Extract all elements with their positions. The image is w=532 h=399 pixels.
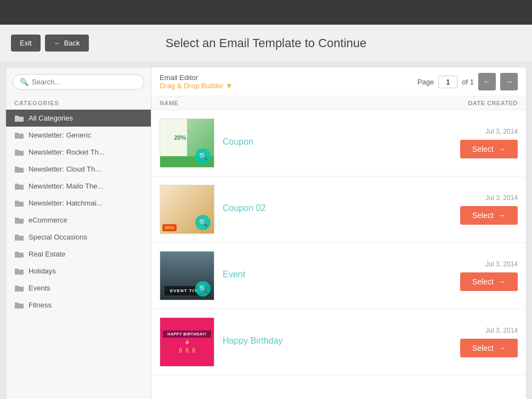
select-label: Select <box>472 211 494 220</box>
select-arrow-icon: → <box>498 145 506 153</box>
column-headers: NAME DATE CREATED <box>151 96 526 110</box>
coupon-name: Coupon <box>223 137 452 147</box>
sidebar-item-fitness[interactable]: Fitness <box>6 297 151 314</box>
template-item-coupon: 20% OFF 🔍 Coupon Jul 3, 2014 Select → <box>151 110 526 176</box>
folder-icon <box>14 115 24 122</box>
select-button-event[interactable]: Select → <box>460 272 518 291</box>
folder-icon <box>14 284 24 292</box>
top-bar <box>0 0 532 25</box>
exit-button[interactable]: Exit <box>11 35 41 52</box>
sidebar-item-newsletter-mailo[interactable]: Newsletter: Mailo The... <box>6 178 151 195</box>
select-label: Select <box>472 277 494 286</box>
sidebar-item-newsletter-generic[interactable]: Newsletter: Generic <box>6 127 151 144</box>
coupon-date: Jul 3, 2014 <box>460 128 518 135</box>
sidebar-item-real-estate[interactable]: Real Estate <box>6 246 151 263</box>
category-label: Newsletter: Hatchmai... <box>29 199 102 207</box>
drag-drop-label: Drag & Drop Builder <box>160 82 223 90</box>
header-area: Exit ← Back Select an Email Template to … <box>0 25 532 61</box>
category-label: eCommerce <box>29 216 67 224</box>
search-icon: 🔍 <box>20 78 29 86</box>
sidebar-item-newsletter-rocket[interactable]: Newsletter: Rocket Th... <box>6 144 151 161</box>
birthday-name: Happy Birthday <box>223 336 452 346</box>
category-label: Fitness <box>29 301 52 309</box>
template-item-birthday: HAPPY BIRTHDAY! 🎂 🕯🕯🕯 Happy Birthday Jul… <box>151 309 526 375</box>
prev-page-button[interactable]: ← <box>478 73 496 90</box>
sidebar-item-ecommerce[interactable]: eCommerce <box>6 212 151 229</box>
birthday-meta: Jul 3, 2014 Select → <box>460 327 518 357</box>
coupon-meta: Jul 3, 2014 Select → <box>460 128 518 158</box>
category-label: Newsletter: Generic <box>29 131 91 139</box>
back-arrow-icon: ← <box>54 39 61 47</box>
drag-drop-builder[interactable]: Drag & Drop Builder ▼ <box>160 82 233 90</box>
zoom-button-coupon[interactable]: 🔍 <box>195 149 211 164</box>
coupon02-name: Coupon 02 <box>223 203 452 213</box>
select-button-birthday[interactable]: Select → <box>460 339 518 357</box>
select-arrow-icon: → <box>498 344 506 352</box>
event-thumbnail: EVENT TITLE 🔍 <box>160 251 214 300</box>
coupon02-info: Coupon 02 <box>223 203 452 215</box>
coupon-info: Coupon <box>223 137 452 149</box>
right-panel: Email Editor Drag & Drop Builder ▼ Page … <box>151 67 526 399</box>
search-input[interactable] <box>32 78 137 86</box>
event-info: Event <box>223 270 452 282</box>
birthday-thumb-img: HAPPY BIRTHDAY! 🎂 🕯🕯🕯 <box>160 318 214 366</box>
event-name: Event <box>223 270 452 280</box>
category-label: All Categories <box>29 114 73 122</box>
template-item-coupon02: 50% 🔍 Coupon 02 Jul 3, 2014 Select → <box>151 176 526 243</box>
header-buttons: Exit ← Back <box>11 35 89 52</box>
coupon-thumbnail: 20% OFF 🔍 <box>160 118 214 168</box>
coupon02-date: Jul 3, 2014 <box>460 194 518 202</box>
folder-icon <box>14 132 24 139</box>
folder-icon <box>14 183 24 190</box>
folder-icon <box>14 216 24 224</box>
select-arrow-icon: → <box>498 277 506 286</box>
back-label: Back <box>64 39 80 47</box>
category-label: Special Occasions <box>29 233 87 241</box>
birthday-thumbnail: HAPPY BIRTHDAY! 🎂 🕯🕯🕯 <box>160 317 214 367</box>
event-date: Jul 3, 2014 <box>460 260 518 268</box>
category-label: Holidays <box>29 267 56 275</box>
of-label: of 1 <box>462 78 474 86</box>
coupon02-tag: 50% <box>162 224 177 231</box>
folder-icon <box>14 166 24 173</box>
sidebar-item-events[interactable]: Events <box>6 280 151 297</box>
birthday-sub: 🎂 <box>185 340 190 344</box>
candles-icon: 🕯🕯🕯 <box>177 346 197 354</box>
editor-title: Email Editor <box>160 73 233 82</box>
next-page-button[interactable]: → <box>500 73 518 90</box>
pagination: Page of 1 ← → <box>417 73 518 90</box>
editor-header: Email Editor Drag & Drop Builder ▼ Page … <box>151 67 526 96</box>
sidebar-item-holidays[interactable]: Holidays <box>6 263 151 280</box>
page-title: Select an Email Template to Continue <box>166 36 366 50</box>
back-button[interactable]: ← Back <box>45 35 89 52</box>
sidebar-item-special-occasions[interactable]: Special Occasions <box>6 229 151 246</box>
zoom-button-event[interactable]: 🔍 <box>195 281 211 297</box>
category-label: Real Estate <box>29 250 65 258</box>
template-list: 20% OFF 🔍 Coupon Jul 3, 2014 Select → <box>151 110 526 399</box>
folder-icon <box>14 301 24 309</box>
select-button-coupon[interactable]: Select → <box>460 140 518 158</box>
zoom-button-coupon02[interactable]: 🔍 <box>195 215 211 230</box>
birthday-date: Jul 3, 2014 <box>460 327 518 334</box>
sidebar-item-newsletter-cloud[interactable]: Newsletter: Cloud Th... <box>6 161 151 178</box>
select-label: Select <box>472 145 494 153</box>
template-item-event: EVENT TITLE 🔍 Event Jul 3, 2014 Select → <box>151 243 526 309</box>
sidebar-item-newsletter-hatchmai[interactable]: Newsletter: Hatchmai... <box>6 195 151 212</box>
categories-label: CATEGORIES <box>6 96 151 110</box>
category-label: Newsletter: Cloud Th... <box>29 165 101 173</box>
editor-info: Email Editor Drag & Drop Builder ▼ <box>160 73 233 90</box>
category-label: Newsletter: Mailo The... <box>29 182 103 190</box>
select-button-coupon02[interactable]: Select → <box>460 206 518 225</box>
coupon02-meta: Jul 3, 2014 Select → <box>460 194 518 225</box>
search-container: 🔍 <box>6 67 151 96</box>
coupon02-thumbnail: 50% 🔍 <box>160 185 214 234</box>
category-label: Newsletter: Rocket Th... <box>29 148 104 156</box>
sidebar-item-all-categories[interactable]: All Categories <box>6 110 151 127</box>
drag-drop-arrow-icon: ▼ <box>225 82 233 90</box>
page-input[interactable] <box>438 76 457 88</box>
category-label: Events <box>29 284 50 292</box>
folder-icon <box>14 233 24 241</box>
sidebar: 🔍 CATEGORIES All Categories Newsletter: … <box>6 67 151 399</box>
name-column-header: NAME <box>160 100 178 106</box>
select-arrow-icon: → <box>498 211 506 220</box>
